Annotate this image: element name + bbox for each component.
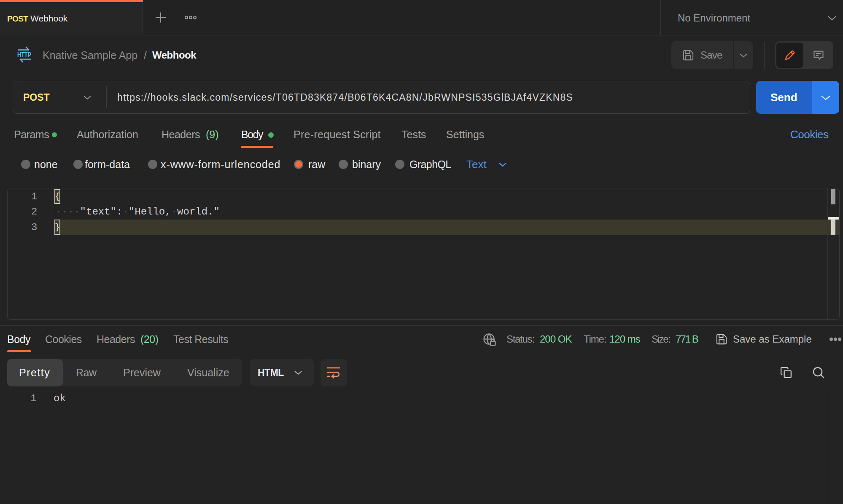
svg-text:HTTP: HTTP [17, 51, 31, 59]
